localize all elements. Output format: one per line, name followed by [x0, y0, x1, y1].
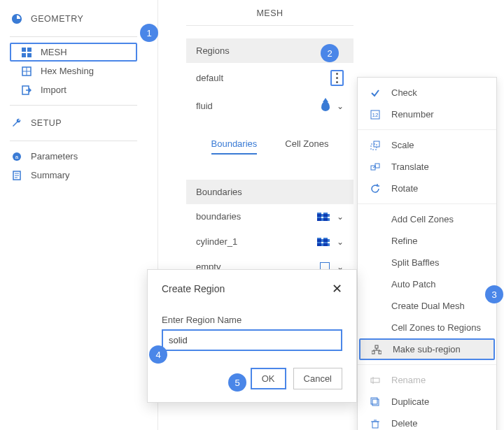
svg-rect-20 [375, 345, 378, 348]
menu-label: Duplicate [391, 396, 429, 407]
sidebar-item-mesh[interactable]: MESH [10, 43, 137, 62]
menu-check[interactable]: Check [358, 82, 496, 103]
menu-label: Make sub-region [393, 344, 461, 354]
chevron-down-icon[interactable]: ⌄ [337, 101, 344, 111]
setup-label: SETUP [31, 118, 62, 128]
callout-5: 5 [228, 373, 246, 392]
region-row-default[interactable]: default [186, 63, 354, 94]
menu-cell-zones-to-regions[interactable]: Cell Zones to Regions [358, 317, 496, 338]
sidebar-group-setup[interactable]: SETUP [0, 111, 147, 135]
boundaries-header: Boundaries [186, 180, 354, 204]
subregion-icon [370, 345, 383, 354]
menu-label: Rotate [391, 183, 418, 194]
region-name: default [196, 73, 223, 83]
callout-4: 4 [149, 345, 167, 364]
droplet-icon [321, 101, 330, 111]
chevron-down-icon[interactable]: ⌄ [337, 212, 344, 222]
import-icon [20, 85, 34, 95]
menu-label: Renumber [391, 109, 434, 120]
sidebar-item-parameters[interactable]: a Parameters [0, 147, 147, 166]
ok-button[interactable]: OK [251, 368, 286, 389]
menu-translate[interactable]: Translate [358, 156, 496, 178]
brick-icon [317, 213, 330, 221]
menu-label: Check [391, 87, 417, 98]
close-icon[interactable]: ✕ [332, 281, 342, 296]
cancel-button[interactable]: Cancel [293, 368, 342, 389]
menu-separator [358, 364, 496, 365]
svg-rect-24 [379, 351, 382, 354]
rotate-icon [369, 184, 382, 194]
rename-icon [369, 375, 382, 385]
dialog-title: Create Region [162, 283, 225, 294]
tabs: Boundaries Cell Zones [186, 119, 354, 159]
field-label: Enter Region Name [162, 315, 342, 325]
separator [10, 36, 137, 37]
menu-label: Cell Zones to Regions [391, 322, 481, 333]
mesh-children: Hex Meshing Import [0, 62, 147, 99]
import-label: Import [41, 85, 66, 95]
boundary-row-boundaries[interactable]: boundaries ⌄ [186, 204, 354, 229]
chevron-down-icon[interactable]: ⌄ [337, 237, 344, 247]
sidebar-item-hex-meshing[interactable]: Hex Meshing [0, 62, 147, 80]
summary-label: Summary [31, 170, 70, 180]
separator [10, 141, 137, 141]
menu-separator [358, 129, 496, 130]
grid-icon [20, 48, 34, 57]
tab-cell-zones[interactable]: Cell Zones [285, 138, 328, 155]
geometry-label: GEOMETRY [31, 14, 83, 24]
create-region-dialog: Create Region ✕ Enter Region Name OK Can… [147, 269, 357, 403]
panel-title: MESH [186, 0, 354, 25]
hex-icon [20, 66, 34, 76]
scale-icon [369, 141, 382, 150]
geometry-icon [10, 13, 24, 24]
menu-label: Rename [391, 375, 426, 385]
menu-rotate[interactable]: Rotate [358, 178, 496, 199]
parameters-icon: a [10, 152, 24, 162]
callout-1: 1 [140, 24, 158, 42]
menu-add-cell-zones[interactable]: Add Cell Zones [358, 208, 496, 230]
menu-label: Add Cell Zones [391, 214, 454, 224]
tab-boundaries[interactable]: Boundaries [211, 138, 258, 155]
sidebar-group-geometry[interactable]: GEOMETRY [0, 7, 147, 31]
duplicate-icon [369, 397, 382, 407]
menu-auto-patch[interactable]: Auto Patch [358, 273, 496, 295]
mesh-label: MESH [41, 47, 67, 57]
menu-create-dual-mesh[interactable]: Create Dual Mesh [358, 295, 496, 317]
menu-label: Split Baffles [391, 257, 439, 268]
menu-duplicate[interactable]: Duplicate [358, 391, 496, 413]
menu-label: Scale [391, 140, 414, 150]
svg-rect-3 [27, 53, 31, 57]
region-name-input[interactable] [162, 329, 342, 351]
sidebar-item-import[interactable]: Import [0, 80, 147, 99]
sidebar-item-summary[interactable]: Summary [0, 166, 147, 185]
brick-icon [317, 238, 330, 246]
svg-rect-25 [371, 378, 379, 382]
parameters-label: Parameters [31, 151, 78, 162]
menu-make-sub-region[interactable]: Make sub-region [359, 338, 495, 360]
menu-delete[interactable]: Delete [358, 413, 496, 430]
delete-icon [369, 419, 382, 429]
menu-separator [358, 203, 496, 204]
svg-rect-2 [22, 53, 26, 57]
menu-renumber[interactable]: 12 Renumber [358, 103, 496, 125]
svg-rect-27 [372, 399, 379, 406]
menu-split-baffles[interactable]: Split Baffles [358, 252, 496, 273]
svg-text:12: 12 [372, 112, 379, 118]
separator [10, 105, 137, 106]
callout-3: 3 [485, 285, 503, 303]
translate-icon [369, 162, 382, 172]
wrench-icon [10, 117, 24, 129]
svg-rect-1 [27, 48, 31, 52]
menu-refine[interactable]: Refine [358, 230, 496, 252]
boundary-row-cylinder[interactable]: cylinder_1 ⌄ [186, 229, 354, 255]
kebab-icon[interactable] [330, 70, 344, 86]
region-name: fluid [196, 101, 213, 111]
svg-rect-23 [372, 351, 374, 354]
menu-scale[interactable]: Scale [358, 134, 496, 156]
svg-rect-28 [371, 398, 377, 404]
menu-label: Refine [391, 236, 418, 246]
menu-label: Auto Patch [391, 279, 436, 289]
region-row-fluid[interactable]: fluid ⌄ [186, 94, 354, 119]
hex-label: Hex Meshing [41, 66, 94, 76]
menu-rename: Rename [358, 369, 496, 391]
